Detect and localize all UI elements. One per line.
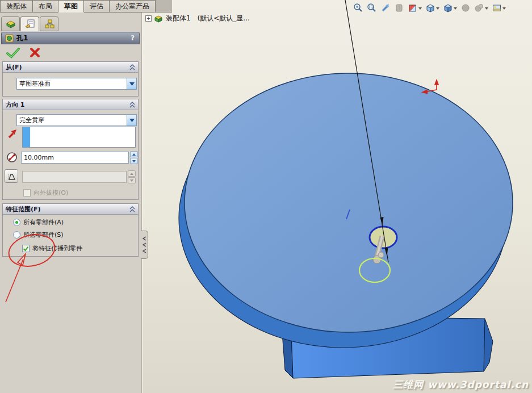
feature-title-bar: 孔1 ?: [1, 32, 140, 44]
tab-sketch[interactable]: 草图: [58, 0, 84, 12]
edit-appearance-caret[interactable]: [485, 7, 488, 10]
panel-splitter-handle[interactable]: [141, 231, 148, 259]
confirm-row: [6, 47, 41, 59]
pan-icon: [394, 3, 404, 13]
start-condition-dropdown[interactable]: 草图基准面: [16, 78, 137, 90]
disc-top-face[interactable]: [185, 73, 513, 332]
dropdown-arrow-icon[interactable]: [127, 78, 136, 89]
watermark: 三维网 www.3dportal.cn: [393, 378, 529, 391]
feature-scope-group-header[interactable]: 特征范围(F): [3, 204, 138, 215]
ok-button[interactable]: [6, 47, 20, 59]
draft-angle-spinner: [128, 170, 136, 183]
diameter-spinner[interactable]: [130, 151, 138, 164]
graphics-viewport[interactable]: + 装配体1 (默认<默认_显... 三维网 www.3dportal.cn: [142, 0, 532, 393]
collapse-chevron-icon[interactable]: [129, 102, 135, 108]
help-button[interactable]: ?: [131, 34, 136, 42]
solidworks-window: + 装配体1 (默认<默认_显... 三维网 www.3dportal.cn 装…: [0, 0, 532, 393]
selected-components-option[interactable]: 所选零部件(S): [13, 231, 64, 239]
view-orientation-icon[interactable]: [425, 3, 439, 13]
display-style-icon[interactable]: [443, 3, 457, 13]
tab-evaluate[interactable]: 评估: [84, 0, 110, 12]
feature-scope-group: 特征范围(F) 所有零部件(A) 所选零部件(S) 将特征传播到零件: [2, 203, 139, 257]
dropdown-arrow-icon[interactable]: [127, 115, 136, 126]
apply-scene-caret[interactable]: [502, 7, 506, 10]
collapse-chevron-icon[interactable]: [129, 206, 135, 212]
tab-layout[interactable]: 布局: [33, 0, 58, 12]
selection-highlight-stripe: [23, 127, 30, 147]
draft-outward-checkbox: [23, 189, 31, 196]
configuration-manager-tab[interactable]: [40, 16, 58, 31]
feature-manager-icon: [6, 19, 16, 28]
cancel-button[interactable]: [30, 47, 41, 58]
selected-components-radio[interactable]: [13, 231, 20, 239]
zoom-to-area-icon[interactable]: [367, 3, 377, 13]
apply-scene-icon[interactable]: [492, 3, 506, 13]
tree-expander[interactable]: +: [145, 15, 152, 22]
propagate-feature-label: 将特征传播到零件: [32, 244, 82, 253]
property-manager-icon: [25, 19, 35, 28]
splitter-arrow-icon: [143, 236, 146, 241]
property-manager-panel: 孔1 ? 从(F) 草图基准面 方向 1 完全贯穿: [0, 12, 141, 393]
propagate-feature-option[interactable]: 将特征传播到零件: [22, 244, 82, 253]
view-heads-up-toolbar: [353, 3, 506, 13]
hole-preview-knob-small: [378, 252, 384, 258]
base-block-right-face[interactable]: [484, 319, 493, 371]
draft-outward-label: 向外拔模(O): [33, 189, 68, 197]
section-view-caret[interactable]: [418, 7, 422, 10]
property-manager-tab[interactable]: [20, 16, 39, 31]
tree-root-label[interactable]: 装配体1 (默认<默认_显...: [166, 14, 250, 23]
command-manager-tabs: 装配体 布局 草图 评估 办公室产品: [0, 0, 172, 12]
tab-office-products[interactable]: 办公室产品: [110, 0, 156, 12]
direction-selection-box[interactable]: [22, 127, 136, 148]
zoom-to-fit-icon[interactable]: [353, 3, 363, 13]
draft-button[interactable]: [5, 169, 18, 183]
hole-diameter-input[interactable]: [21, 152, 129, 164]
propagate-feature-checkbox[interactable]: [22, 245, 30, 252]
all-components-option[interactable]: 所有零部件(A): [13, 218, 64, 227]
configuration-manager-icon: [44, 19, 55, 28]
view-orientation-caret[interactable]: [436, 7, 439, 10]
section-view-icon[interactable]: [408, 3, 422, 13]
edit-appearance-icon: [474, 3, 488, 13]
panel-tabs: [1, 16, 59, 31]
scene: [142, 0, 532, 393]
splitter-arrow-icon: [143, 243, 146, 247]
assembly-icon: [154, 14, 164, 23]
hide-show-items-icon: [460, 3, 471, 13]
feature-title: 孔1: [16, 34, 128, 43]
direction1-group-header[interactable]: 方向 1: [3, 99, 138, 110]
splitter-arrow-icon: [143, 249, 146, 253]
end-condition-dropdown[interactable]: 完全贯穿: [16, 114, 137, 126]
hole-diameter-icon: [5, 150, 19, 164]
display-style-caret[interactable]: [454, 7, 457, 10]
from-group-header[interactable]: 从(F): [3, 62, 138, 73]
from-group: 从(F) 草图基准面: [2, 61, 139, 97]
draft-angle-input: [22, 171, 127, 183]
all-components-radio[interactable]: [13, 219, 20, 226]
direction1-group: 方向 1 完全贯穿: [2, 99, 139, 200]
selected-components-label: 所选零部件(S): [23, 231, 64, 239]
flyout-feature-tree: + 装配体1 (默认<默认_显...: [145, 14, 250, 23]
collapse-chevron-icon[interactable]: [129, 64, 135, 70]
all-components-label: 所有零部件(A): [23, 218, 64, 227]
feature-manager-tab[interactable]: [1, 16, 20, 31]
draft-outward-option: 向外拔模(O): [23, 189, 68, 197]
hole-feature-icon: [5, 34, 14, 43]
panel-divider: [141, 12, 143, 393]
tab-assembly[interactable]: 装配体: [0, 0, 33, 12]
previous-view-icon[interactable]: [380, 3, 391, 13]
reverse-direction-icon[interactable]: [5, 127, 19, 141]
